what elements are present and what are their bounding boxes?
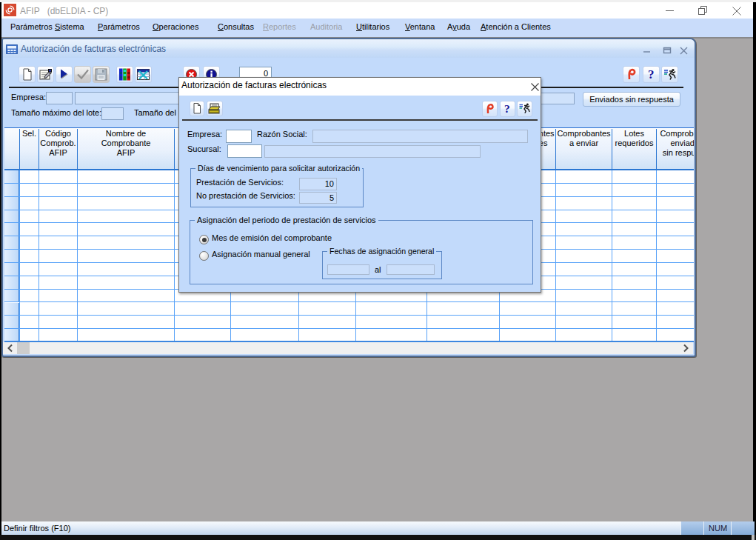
svg-text:?: ? <box>504 102 510 115</box>
svg-text:?: ? <box>648 67 655 81</box>
